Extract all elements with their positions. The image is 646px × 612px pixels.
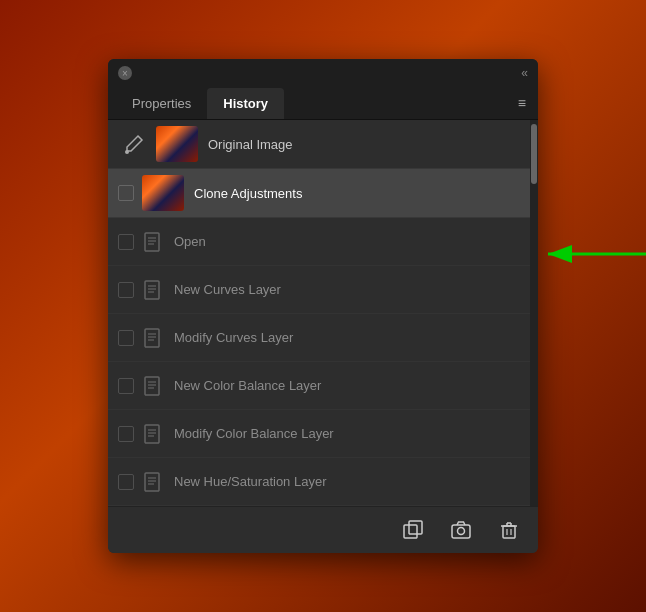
close-icon: ×	[122, 68, 128, 79]
svg-rect-9	[145, 329, 159, 347]
history-item-modify-color-balance[interactable]: Modify Color Balance Layer	[108, 410, 530, 458]
history-item-modify-curves-label: Modify Curves Layer	[174, 330, 293, 345]
thumbnail-clone	[142, 175, 184, 211]
collapse-icon: «	[521, 66, 528, 80]
collapse-button[interactable]: «	[521, 66, 528, 80]
svg-rect-17	[145, 425, 159, 443]
tabs-bar: Properties History ≡	[108, 87, 538, 120]
brush-icon	[118, 128, 150, 160]
camera-icon	[450, 519, 472, 541]
svg-rect-26	[409, 521, 422, 534]
title-bar: × «	[108, 59, 538, 87]
history-item-clone[interactable]: Clone Adjustments	[108, 169, 530, 218]
snapshot-button[interactable]	[446, 515, 476, 545]
history-item-original-label: Original Image	[208, 137, 293, 152]
content-area: Original Image Clone Adjustments	[108, 120, 538, 506]
close-button[interactable]: ×	[118, 66, 132, 80]
history-item-new-color-balance-label: New Color Balance Layer	[174, 378, 321, 393]
history-item-new-curves[interactable]: New Curves Layer	[108, 266, 530, 314]
clone-icon	[402, 519, 424, 541]
bottom-toolbar	[108, 506, 538, 553]
svg-rect-29	[503, 526, 515, 538]
history-item-new-color-balance[interactable]: New Color Balance Layer	[108, 362, 530, 410]
history-item-new-hue-sat-label: New Hue/Saturation Layer	[174, 474, 326, 489]
doc-icon-modify-color-balance	[142, 423, 164, 445]
history-item-modify-curves[interactable]: Modify Curves Layer	[108, 314, 530, 362]
svg-rect-5	[145, 281, 159, 299]
hamburger-icon: ≡	[518, 95, 526, 111]
doc-icon-modify-curves	[142, 327, 164, 349]
history-item-open-label: Open	[174, 234, 206, 249]
doc-icon-new-hue-sat	[142, 471, 164, 493]
history-item-new-curves-label: New Curves Layer	[174, 282, 281, 297]
history-list: Original Image Clone Adjustments	[108, 120, 530, 506]
checkbox-new-color-balance[interactable]	[118, 378, 134, 394]
svg-point-0	[125, 150, 129, 154]
svg-rect-25	[404, 525, 417, 538]
doc-icon-open	[142, 231, 164, 253]
history-item-open[interactable]: Open	[108, 218, 530, 266]
history-item-original[interactable]: Original Image	[108, 120, 530, 169]
scrollbar-thumb[interactable]	[531, 124, 537, 184]
checkbox-modify-color-balance[interactable]	[118, 426, 134, 442]
thumbnail-original	[156, 126, 198, 162]
checkbox-new-hue-sat[interactable]	[118, 474, 134, 490]
tab-properties-label: Properties	[132, 96, 191, 111]
tab-history-label: History	[223, 96, 268, 111]
panel-menu-button[interactable]: ≡	[514, 87, 530, 119]
svg-point-28	[458, 528, 465, 535]
scrollbar[interactable]	[530, 120, 538, 506]
clone-button[interactable]	[398, 515, 428, 545]
doc-icon-new-curves	[142, 279, 164, 301]
checkbox-clone[interactable]	[118, 185, 134, 201]
delete-button[interactable]	[494, 515, 524, 545]
svg-rect-1	[145, 233, 159, 251]
checkbox-open[interactable]	[118, 234, 134, 250]
tab-history[interactable]: History	[207, 88, 284, 119]
checkbox-modify-curves[interactable]	[118, 330, 134, 346]
trash-icon	[498, 519, 520, 541]
history-item-clone-label: Clone Adjustments	[194, 186, 302, 201]
history-item-new-hue-sat[interactable]: New Hue/Saturation Layer	[108, 458, 530, 506]
tab-properties[interactable]: Properties	[116, 88, 207, 119]
history-panel: × « Properties History ≡	[108, 59, 538, 553]
annotation-arrow	[543, 239, 646, 269]
checkbox-new-curves[interactable]	[118, 282, 134, 298]
history-item-modify-color-balance-label: Modify Color Balance Layer	[174, 426, 334, 441]
doc-icon-new-color-balance	[142, 375, 164, 397]
svg-rect-13	[145, 377, 159, 395]
svg-rect-21	[145, 473, 159, 491]
